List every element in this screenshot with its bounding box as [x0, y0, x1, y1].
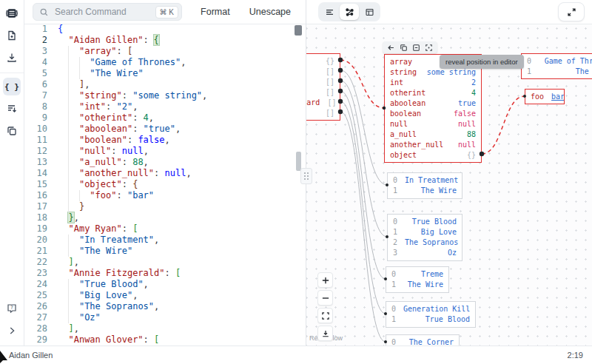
line-number[interactable]: 2 — [24, 35, 56, 46]
transform-icon[interactable] — [3, 100, 21, 118]
new-document-icon[interactable] — [3, 27, 21, 44]
line-number[interactable]: 11 — [24, 135, 56, 146]
code-line[interactable]: { — [58, 24, 207, 35]
code-line[interactable]: "Amy Ryan": [ — [58, 223, 207, 235]
line-number[interactable]: 29 — [24, 334, 56, 346]
code-line[interactable]: "boolean": false, — [58, 135, 207, 146]
array-values-node[interactable]: 0Game of Thrones1The Wire — [521, 53, 592, 79]
line-number[interactable]: 6 — [24, 79, 56, 90]
text-view-button[interactable] — [320, 4, 339, 20]
selected-object-node[interactable]: array[]stringsome stringint2otherint4abo… — [384, 54, 482, 163]
code-line[interactable]: "True Blood", — [58, 279, 207, 290]
focus-node-icon[interactable] — [424, 43, 434, 52]
graph-panel[interactable]: Aidan Gillen{}Amy Ryan[]Annie Fitzgerald… — [306, 0, 592, 346]
code-line[interactable]: "The Sopranos", — [58, 301, 207, 312]
code-line[interactable]: "In Treatment", — [58, 235, 207, 246]
line-numbers[interactable]: 1234567891011121314151617181920212223242… — [24, 24, 56, 346]
code-line[interactable]: "Annie Fitzgerald": [ — [58, 268, 207, 279]
line-number[interactable]: 4 — [24, 57, 56, 68]
array-node[interactable]: 0True Blood1Big Love2The Sopranos3Oz — [387, 214, 462, 261]
code-line[interactable]: "Big Love", — [58, 290, 207, 301]
zoom-in-button[interactable] — [317, 272, 333, 288]
duplicate-icon[interactable] — [3, 122, 21, 140]
table-view-button[interactable] — [360, 4, 379, 20]
line-number[interactable]: 15 — [24, 179, 56, 190]
array-node[interactable]: 0Generation Kill1True Blood — [386, 301, 476, 328]
array-node[interactable]: 0The Corner — [386, 334, 460, 346]
line-number[interactable]: 5 — [24, 68, 56, 79]
line-number[interactable]: 17 — [24, 201, 56, 212]
line-number[interactable]: 3 — [24, 46, 56, 57]
unescape-button[interactable]: Unescape — [248, 4, 292, 20]
line-number[interactable]: 16 — [24, 190, 56, 201]
back-icon[interactable] — [386, 43, 396, 52]
search-command-box[interactable]: ⌘ K — [33, 3, 182, 21]
code-line[interactable]: "int": "2", — [58, 101, 207, 112]
line-number[interactable]: 13 — [24, 157, 56, 168]
line-number[interactable]: 19 — [24, 223, 56, 235]
indent-guide — [79, 57, 80, 79]
code-line[interactable]: ], — [58, 79, 207, 90]
code-line[interactable]: "another_null": null, — [58, 168, 207, 179]
line-number[interactable]: 8 — [24, 101, 56, 112]
line-number[interactable]: 26 — [24, 301, 56, 312]
code-line[interactable]: "Oz" — [58, 312, 207, 323]
line-number[interactable]: 24 — [24, 279, 56, 290]
array-node[interactable]: 0Treme1The Wire — [386, 266, 449, 293]
line-number[interactable]: 18 — [24, 212, 56, 223]
json-editor[interactable]: 1234567891011121314151617181920212223242… — [24, 24, 306, 346]
download-image-button[interactable] — [317, 326, 333, 341]
editor-scrollbar-thumb[interactable] — [295, 25, 302, 36]
code-line[interactable]: "otherint": 4, — [58, 112, 207, 124]
line-number[interactable]: 25 — [24, 290, 56, 301]
graph-view-button[interactable] — [340, 4, 359, 20]
root-object-node[interactable]: Aidan Gillen{}Amy Ryan[]Annie Fitzgerald… — [306, 53, 340, 121]
line-number[interactable]: 7 — [24, 90, 56, 101]
line-number[interactable]: 21 — [24, 246, 56, 257]
fit-view-button[interactable] — [317, 308, 333, 323]
code-line[interactable]: "null": null, — [58, 146, 207, 157]
code-line[interactable]: "Anwan Glover": [ — [58, 334, 207, 346]
fullscreen-button[interactable] — [558, 2, 585, 21]
code-line[interactable]: "aboolean": "true", — [58, 124, 207, 135]
search-input[interactable] — [53, 6, 151, 18]
code-line[interactable]: ], — [58, 323, 207, 334]
foo-object-node[interactable]: foobar — [525, 89, 565, 104]
code-line[interactable]: "Aidan Gillen": { — [58, 35, 207, 46]
code-line[interactable]: }, — [58, 212, 207, 223]
code-line[interactable]: "The Wire" — [58, 68, 207, 79]
line-number[interactable]: 22 — [24, 257, 56, 268]
line-number[interactable]: 10 — [24, 124, 56, 135]
collapse-sidebar-icon[interactable] — [3, 322, 21, 340]
node-row: Aidan Gillen{} — [306, 56, 340, 67]
array-node[interactable]: 0In Treatment1The Wire — [387, 172, 462, 199]
line-number[interactable]: 12 — [24, 146, 56, 157]
help-icon[interactable]: ? — [3, 300, 21, 317]
line-number[interactable]: 27 — [24, 312, 56, 323]
json-braces-icon[interactable]: { } — [3, 78, 21, 95]
code-line[interactable]: "object": { — [58, 179, 207, 190]
panel-resize-handle[interactable] — [300, 168, 312, 184]
line-number[interactable]: 28 — [24, 323, 56, 334]
code-line[interactable]: "array": [ — [58, 46, 207, 57]
app-logo-icon[interactable] — [3, 4, 21, 22]
code-line[interactable]: "foo": "bar" — [58, 190, 207, 201]
search-shortcut-badge: ⌘ K — [155, 6, 178, 18]
download-icon[interactable] — [3, 49, 21, 67]
code-line[interactable]: "string": "some string", — [58, 90, 207, 101]
line-number[interactable]: 14 — [24, 168, 56, 179]
collapse-node-icon[interactable] — [411, 43, 421, 52]
line-number[interactable]: 9 — [24, 112, 56, 124]
zoom-out-button[interactable] — [317, 290, 333, 306]
code-line[interactable]: "Game of Thrones", — [58, 57, 207, 68]
copy-icon[interactable] — [399, 43, 408, 52]
line-number[interactable]: 1 — [24, 24, 56, 35]
code-line[interactable]: ], — [58, 257, 207, 268]
code-line[interactable]: "The Wire" — [58, 246, 207, 257]
line-number[interactable]: 20 — [24, 235, 56, 246]
code-lines[interactable]: { "Aidan Gillen": { "array": [ "Game of … — [58, 24, 207, 346]
code-line[interactable]: } — [58, 201, 207, 212]
code-line[interactable]: "a_null": 88, — [58, 157, 207, 168]
line-number[interactable]: 23 — [24, 268, 56, 279]
format-button[interactable]: Format — [199, 4, 232, 20]
